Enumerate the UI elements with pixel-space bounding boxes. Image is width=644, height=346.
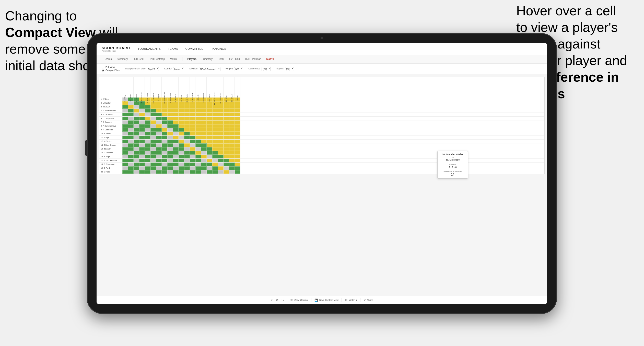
cell[interactable] bbox=[128, 128, 134, 132]
select-region[interactable]: N/A bbox=[234, 67, 243, 71]
cell[interactable] bbox=[128, 151, 134, 155]
cell[interactable] bbox=[139, 128, 145, 132]
cell[interactable] bbox=[201, 163, 207, 166]
cell[interactable] bbox=[128, 159, 134, 162]
cell[interactable] bbox=[167, 109, 173, 113]
cell[interactable] bbox=[179, 166, 184, 170]
cell[interactable] bbox=[229, 113, 235, 116]
cell[interactable] bbox=[167, 151, 173, 155]
cell[interactable] bbox=[167, 140, 173, 143]
cell[interactable] bbox=[218, 128, 224, 132]
cell[interactable] bbox=[122, 166, 128, 170]
cell[interactable] bbox=[207, 170, 212, 174]
cell[interactable] bbox=[162, 163, 167, 166]
cell[interactable] bbox=[224, 163, 229, 166]
cell[interactable] bbox=[195, 140, 201, 143]
cell[interactable] bbox=[235, 155, 240, 158]
cell[interactable] bbox=[139, 143, 145, 147]
cell[interactable] bbox=[195, 170, 201, 174]
cell[interactable] bbox=[156, 113, 162, 116]
cell[interactable] bbox=[122, 109, 128, 113]
cell[interactable] bbox=[212, 120, 218, 124]
cell[interactable] bbox=[201, 124, 207, 128]
cell[interactable] bbox=[179, 117, 184, 120]
cell[interactable] bbox=[162, 147, 167, 151]
cell[interactable] bbox=[190, 109, 195, 113]
cell[interactable] bbox=[218, 159, 224, 162]
cell[interactable] bbox=[218, 166, 224, 170]
cell[interactable] bbox=[207, 132, 212, 135]
cell[interactable] bbox=[145, 170, 150, 174]
cell[interactable] bbox=[184, 120, 190, 124]
cell[interactable] bbox=[179, 120, 184, 124]
select-conference[interactable]: (All) bbox=[262, 67, 271, 71]
cell[interactable] bbox=[122, 101, 128, 105]
cell[interactable] bbox=[235, 140, 240, 143]
cell[interactable] bbox=[229, 128, 235, 132]
cell[interactable] bbox=[145, 151, 150, 155]
cell[interactable] bbox=[179, 151, 184, 155]
cell[interactable] bbox=[184, 166, 190, 170]
cell[interactable] bbox=[145, 132, 150, 135]
cell[interactable] bbox=[212, 136, 218, 139]
cell[interactable] bbox=[150, 124, 156, 128]
cell[interactable] bbox=[184, 159, 190, 162]
cell[interactable] bbox=[122, 147, 128, 151]
cell[interactable] bbox=[229, 132, 235, 135]
cell[interactable] bbox=[201, 113, 207, 116]
cell[interactable] bbox=[235, 132, 240, 135]
cell[interactable] bbox=[201, 159, 207, 162]
cell[interactable] bbox=[224, 120, 229, 124]
cell[interactable] bbox=[173, 109, 179, 113]
cell[interactable] bbox=[134, 155, 139, 158]
cell[interactable] bbox=[184, 132, 190, 135]
cell[interactable] bbox=[229, 117, 235, 120]
cell[interactable] bbox=[229, 109, 235, 113]
cell[interactable] bbox=[179, 136, 184, 139]
cell[interactable] bbox=[162, 109, 167, 113]
cell[interactable] bbox=[212, 159, 218, 162]
cell[interactable] bbox=[218, 140, 224, 143]
nav-item-committee[interactable]: COMMITTEE bbox=[185, 43, 204, 55]
cell[interactable] bbox=[229, 136, 235, 139]
cell[interactable] bbox=[139, 163, 145, 166]
cell[interactable] bbox=[122, 105, 128, 109]
cell[interactable] bbox=[134, 166, 139, 170]
cell[interactable] bbox=[235, 159, 240, 162]
cell[interactable] bbox=[173, 163, 179, 166]
cell[interactable] bbox=[207, 151, 212, 155]
cell[interactable] bbox=[184, 140, 190, 143]
cell[interactable] bbox=[162, 117, 167, 120]
cell[interactable] bbox=[167, 163, 173, 166]
cell[interactable] bbox=[195, 120, 201, 124]
cell[interactable] bbox=[122, 159, 128, 162]
cell[interactable] bbox=[218, 147, 224, 151]
cell[interactable] bbox=[184, 124, 190, 128]
cell[interactable] bbox=[201, 105, 207, 109]
cell[interactable] bbox=[224, 105, 229, 109]
cell[interactable] bbox=[235, 166, 240, 170]
cell[interactable] bbox=[145, 143, 150, 147]
cell[interactable] bbox=[128, 166, 134, 170]
cell[interactable] bbox=[218, 124, 224, 128]
cell[interactable] bbox=[150, 105, 156, 109]
cell[interactable] bbox=[134, 170, 139, 174]
cell[interactable] bbox=[162, 151, 167, 155]
cell[interactable] bbox=[162, 120, 167, 124]
cell[interactable] bbox=[173, 136, 179, 139]
cell[interactable] bbox=[167, 143, 173, 147]
toolbar-undo[interactable]: ↩ bbox=[271, 299, 273, 302]
cell[interactable] bbox=[145, 140, 150, 143]
cell[interactable] bbox=[156, 163, 162, 166]
cell[interactable] bbox=[167, 120, 173, 124]
cell[interactable] bbox=[224, 143, 229, 147]
cell[interactable] bbox=[122, 124, 128, 128]
cell[interactable] bbox=[139, 120, 145, 124]
cell[interactable] bbox=[139, 109, 145, 113]
cell[interactable] bbox=[195, 159, 201, 162]
cell[interactable] bbox=[190, 151, 195, 155]
cell[interactable] bbox=[156, 155, 162, 158]
cell[interactable] bbox=[134, 136, 139, 139]
cell[interactable] bbox=[184, 147, 190, 151]
cell[interactable] bbox=[195, 113, 201, 116]
